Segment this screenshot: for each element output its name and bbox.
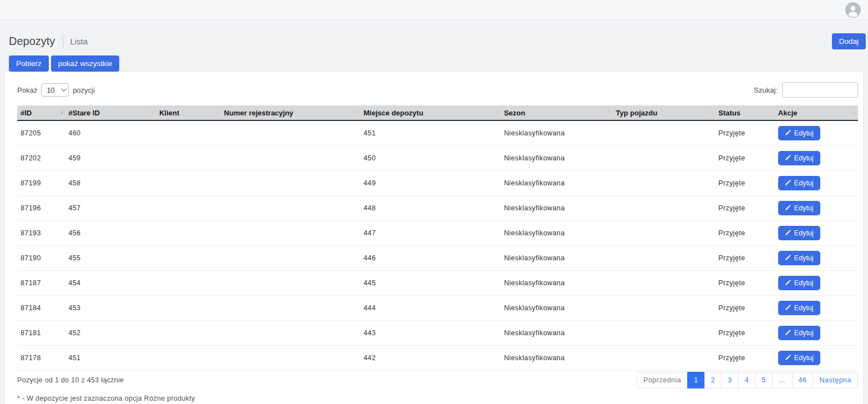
column-header-status[interactable]: Status (715, 105, 775, 120)
cell-miejsce-depozytu: 445 (360, 270, 500, 295)
pencil-icon (785, 330, 791, 336)
cell-status: Przyjęte (715, 270, 775, 295)
download-button[interactable]: Pobierz (9, 55, 49, 72)
cell-id: 87205 (17, 120, 65, 145)
page-length-label-before: Pokaż (17, 86, 37, 94)
cell-klient (156, 120, 221, 145)
cell-klient (156, 345, 221, 370)
pagination-ellipsis: … (772, 372, 793, 388)
column-header-stare-id[interactable]: #Stare ID↑↓ (65, 105, 156, 120)
cell-sezon: Niesklasyfikowana (501, 270, 613, 295)
cell-stare-id: 457 (65, 195, 156, 220)
cell-numer-rejestracyjny (221, 245, 361, 270)
cell-stare-id: 455 (65, 245, 156, 270)
edit-button[interactable]: Edytuj (778, 226, 820, 240)
cell-typ-pojazdu (612, 220, 715, 245)
cell-akcje: Edytuj (775, 270, 858, 295)
cell-akcje: Edytuj (775, 145, 858, 170)
cell-sezon: Niesklasyfikowana (501, 145, 613, 170)
pagination-page-2[interactable]: 2 (704, 372, 722, 388)
cell-miejsce-depozytu: 446 (360, 245, 500, 270)
edit-button[interactable]: Edytuj (778, 276, 820, 290)
cell-status: Przyjęte (715, 220, 775, 245)
column-header-akcje[interactable]: Akcje↑↓ (775, 105, 858, 120)
sort-icon: ↑↓ (59, 109, 62, 115)
cell-typ-pojazdu (612, 120, 715, 145)
column-header-sezon[interactable]: Sezon↑↓ (501, 105, 613, 120)
edit-button[interactable]: Edytuj (778, 126, 820, 140)
cell-numer-rejestracyjny (221, 195, 361, 220)
cell-miejsce-depozytu: 444 (360, 295, 500, 320)
column-header-numer-rejestracyjny[interactable]: Numer rejestracyjny↑↓ (221, 105, 361, 120)
deposits-card: Pokaż 10 pozycji Szukaj: #ID↑↓#Stare ID↑… (4, 72, 864, 404)
column-header-typ-pojazdu[interactable]: Typ pojazdu↑↓ (612, 105, 715, 120)
column-header-miejsce-depozytu[interactable]: Miejsce depozytu↑↓ (360, 105, 500, 120)
sort-icon: ↑↓ (354, 109, 357, 115)
table-row: 87178451442NiesklasyfikowanaPrzyjęteEdyt… (17, 345, 858, 370)
user-avatar-icon[interactable] (845, 2, 861, 18)
breadcrumb: Lista (70, 37, 88, 46)
cell-miejsce-depozytu: 448 (360, 195, 500, 220)
edit-button[interactable]: Edytuj (778, 176, 820, 190)
cell-numer-rejestracyjny (221, 220, 361, 245)
cell-stare-id: 452 (65, 320, 156, 345)
pagination-next[interactable]: Następna (813, 372, 858, 388)
cell-typ-pojazdu (612, 245, 715, 270)
table-row: 87190455446NiesklasyfikowanaPrzyjęteEdyt… (17, 245, 858, 270)
pencil-icon (785, 155, 791, 161)
sort-icon: ↑↓ (606, 109, 610, 115)
sort-icon: ↑↓ (852, 109, 855, 115)
edit-button[interactable]: Edytuj (778, 301, 820, 315)
cell-akcje: Edytuj (775, 170, 858, 195)
search-input[interactable] (782, 82, 858, 98)
pencil-icon (785, 305, 791, 311)
cell-stare-id: 458 (65, 170, 156, 195)
page-length-select[interactable]: 10 (41, 83, 69, 97)
pagination-page-4[interactable]: 4 (738, 372, 755, 388)
cell-sezon: Niesklasyfikowana (501, 220, 613, 245)
cell-typ-pojazdu (612, 145, 715, 170)
footnote: * - W depozycie jest zaznaczona opcja Ró… (17, 395, 858, 402)
cell-miejsce-depozytu: 451 (360, 120, 500, 145)
cell-klient (156, 145, 221, 170)
cell-status: Przyjęte (715, 170, 775, 195)
cell-typ-pojazdu (612, 320, 715, 345)
cell-stare-id: 456 (65, 220, 156, 245)
page-length-label-after: pozycji (73, 86, 95, 94)
cell-stare-id: 454 (65, 270, 156, 295)
add-button[interactable]: Dodaj (832, 33, 866, 49)
cell-miejsce-depozytu: 442 (360, 345, 500, 370)
cell-id: 87190 (17, 245, 65, 270)
pagination-page-1[interactable]: 1 (687, 372, 704, 388)
cell-akcje: Edytuj (775, 295, 858, 320)
page-header: Depozyty Lista Dodaj Pobierz pokaż wszys… (0, 20, 868, 72)
pencil-icon (785, 130, 791, 136)
pagination-page-46[interactable]: 46 (792, 372, 814, 388)
table-row: 87193456447NiesklasyfikowanaPrzyjęteEdyt… (17, 220, 858, 245)
pagination-page-5[interactable]: 5 (755, 372, 772, 388)
pencil-icon (785, 205, 791, 211)
edit-button[interactable]: Edytuj (778, 201, 820, 215)
pagination-page-3[interactable]: 3 (721, 372, 738, 388)
cell-sezon: Niesklasyfikowana (501, 295, 613, 320)
column-header-id[interactable]: #ID↑↓ (17, 105, 65, 120)
cell-numer-rejestracyjny (221, 170, 361, 195)
edit-button[interactable]: Edytuj (778, 151, 820, 165)
cell-typ-pojazdu (612, 170, 715, 195)
edit-button[interactable]: Edytuj (778, 251, 820, 265)
table-row: 87187454445NiesklasyfikowanaPrzyjęteEdyt… (17, 270, 858, 295)
cell-sezon: Niesklasyfikowana (501, 195, 613, 220)
pencil-icon (785, 355, 791, 361)
pagination: Poprzednia12345…46Następna (637, 372, 858, 388)
sort-icon: ↑↓ (709, 109, 712, 115)
pagination-prev[interactable]: Poprzednia (637, 372, 688, 388)
edit-button[interactable]: Edytuj (778, 351, 820, 365)
cell-id: 87184 (17, 295, 65, 320)
cell-typ-pojazdu (612, 345, 715, 370)
show-all-button[interactable]: pokaż wszystkie (51, 55, 120, 72)
column-header-klient[interactable]: Klient↑↓ (156, 105, 221, 120)
cell-numer-rejestracyjny (221, 345, 361, 370)
cell-numer-rejestracyjny (221, 270, 361, 295)
table-body: 87205460451NiesklasyfikowanaPrzyjęteEdyt… (17, 120, 858, 370)
edit-button[interactable]: Edytuj (778, 326, 820, 340)
